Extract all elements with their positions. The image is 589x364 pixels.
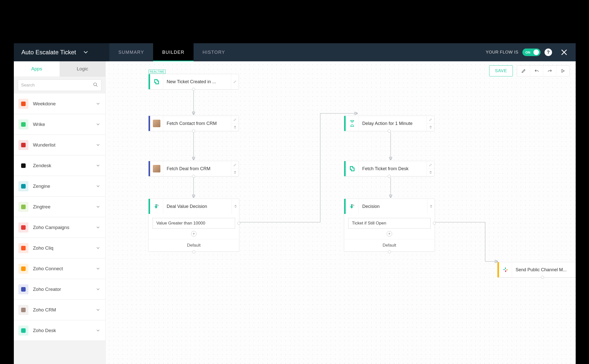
add-condition-button[interactable]: + [387,231,392,237]
node-deal-decision[interactable]: Deal Value Decision Value Greater than 1… [148,199,239,252]
default-port[interactable] [192,250,195,253]
delete-node-button[interactable] [427,123,434,131]
tab-summary[interactable]: SUMMARY [109,43,153,61]
edit-node-button[interactable] [231,161,239,169]
output-port[interactable] [388,129,391,132]
node-slack-message[interactable]: Send Public Channel M... [497,262,576,278]
delete-node-button[interactable] [231,169,239,176]
edit-tool-button[interactable] [517,66,530,76]
default-port[interactable] [388,250,391,253]
decision-icon [346,199,359,214]
zoho-desk-icon [150,74,163,89]
output-port[interactable] [192,129,195,132]
node-fetch-ticket[interactable]: Fetch Ticket from Desk [344,161,434,176]
redo-button[interactable] [543,66,556,76]
node-trigger[interactable]: REALTIME New Ticket Created in ... [148,74,239,89]
node-label: Delay Action for 1 Minute [359,116,427,131]
svg-rect-5 [21,184,26,189]
node-label: Decision [359,199,427,214]
app-icon [18,181,28,191]
condition-label: Ticket if Still Open [352,221,386,225]
sidebar-app-item[interactable]: Zoho Creator [14,279,105,300]
undo-button[interactable] [530,66,543,76]
toggle-label: ON [525,51,530,54]
condition-row[interactable]: Value Greater than 10000 [153,218,235,229]
zoho-crm-icon [150,161,163,176]
node-label: Send Public Channel M... [512,262,576,277]
pencil-icon [233,80,237,83]
delete-node-button[interactable] [427,169,434,176]
svg-point-0 [94,83,97,86]
trash-icon [233,125,237,129]
edit-node-button[interactable] [427,116,434,123]
app-icon [18,326,28,336]
flow-canvas[interactable]: SAVE [106,61,576,364]
search-input[interactable] [21,83,93,88]
default-branch[interactable]: Default [149,239,239,251]
node-label: Fetch Contact from CRM [163,116,231,131]
search-icon [93,82,98,88]
close-button[interactable] [559,47,570,58]
flow-title-label: Auto Escalate Ticket [21,49,76,56]
toggle-knob [533,50,539,55]
sidebar: Apps Logic Weekdone Wrike [14,61,106,364]
output-port[interactable] [388,175,391,178]
edit-node-button[interactable] [231,116,239,123]
chevron-down-icon [96,225,100,230]
delete-node-button[interactable] [427,199,435,214]
node-label: Fetch Deal from CRM [163,161,231,176]
body: Apps Logic Weekdone Wrike [14,61,576,364]
node-ticket-decision[interactable]: Decision Ticket if Still Open + Default [344,199,435,252]
sidebar-tabs: Apps Logic [14,61,105,76]
sidebar-app-item[interactable]: Zoho CRM [14,300,105,320]
chevron-down-icon [96,267,100,271]
chevron-down-icon [96,184,100,188]
app-name-label: Wunderlist [33,142,92,148]
delete-node-button[interactable] [232,199,239,214]
run-button[interactable] [556,66,569,76]
node-delay[interactable]: Delay Action for 1 Minute [344,116,434,131]
sidebar-app-item[interactable]: Zoho Connect [14,258,105,279]
save-button[interactable]: SAVE [489,65,513,76]
node-fetch-contact[interactable]: Fetch Contact from CRM [148,116,239,131]
sidebar-app-item[interactable]: Zoho Desk [14,320,105,341]
svg-rect-11 [21,308,26,312]
app-list[interactable]: Weekdone Wrike Wunderlist Zendesk Zengin… [14,94,105,364]
tab-builder[interactable]: BUILDER [153,43,194,61]
sidebar-app-item[interactable]: Zengine [14,176,105,197]
sidebar-app-item[interactable]: Zoho Campaigns [14,217,105,238]
condition-port[interactable] [433,222,436,225]
sidebar-tab-logic[interactable]: Logic [60,61,105,76]
delete-node-button[interactable] [231,123,239,131]
svg-rect-21 [505,270,506,272]
tab-history[interactable]: HISTORY [194,43,234,61]
default-branch[interactable]: Default [344,239,435,251]
sidebar-tab-apps[interactable]: Apps [14,61,60,76]
output-port[interactable] [192,175,195,178]
help-button[interactable]: ? [545,49,552,56]
node-fetch-deal[interactable]: Fetch Deal from CRM [148,161,239,176]
sidebar-app-item[interactable]: Weekdone [14,94,105,114]
flow-title-dropdown[interactable]: Auto Escalate Ticket [14,43,109,61]
app-icon [18,99,28,109]
sidebar-app-item[interactable]: Zoho Cliq [14,238,105,258]
edit-node-button[interactable] [427,161,434,169]
app-name-label: Zoho Creator [33,287,92,292]
app-name-label: Zingtree [33,204,92,210]
output-port[interactable] [192,88,195,91]
node-label: Deal Value Decision [163,199,232,214]
condition-row[interactable]: Ticket if Still Open [348,218,431,229]
flow-on-toggle[interactable]: ON [522,49,540,56]
add-condition-button[interactable]: + [191,231,197,237]
output-port[interactable] [541,276,544,279]
sidebar-app-item[interactable]: Zingtree [14,197,105,217]
app-name-label: Zoho Connect [33,266,92,271]
condition-port[interactable] [237,222,240,225]
chevron-down-icon [96,122,100,126]
sidebar-app-item[interactable]: Wrike [14,114,105,135]
svg-rect-7 [21,225,26,230]
sidebar-app-item[interactable]: Wunderlist [14,135,105,155]
sidebar-app-item[interactable]: Zendesk [14,155,105,176]
chevron-down-icon [96,102,100,106]
edit-node-button[interactable] [231,74,239,89]
